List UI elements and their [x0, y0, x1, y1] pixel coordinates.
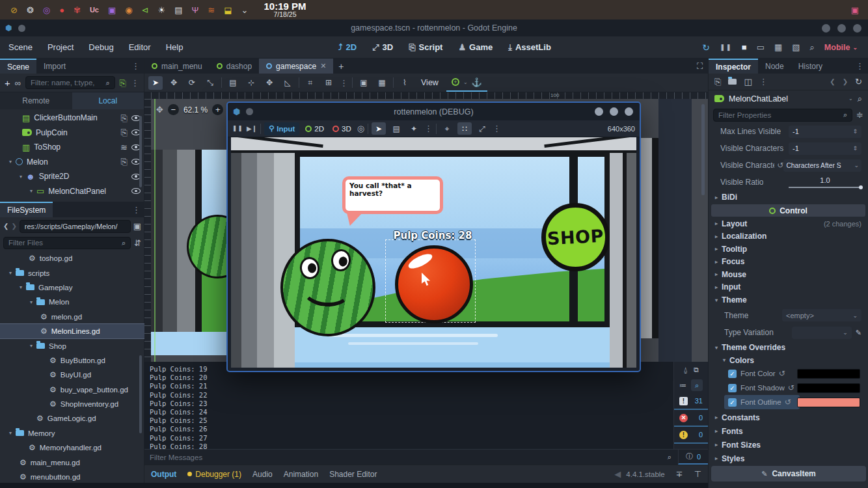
script-badge-icon[interactable]: ⎘: [121, 128, 128, 137]
tab-node[interactable]: Node: [758, 59, 791, 74]
mode-3d-button[interactable]: 3D: [330, 125, 354, 133]
filter-messages-input[interactable]: Filter Messages: [150, 454, 668, 461]
history-forward-icon[interactable]: ❯: [843, 79, 848, 85]
file-row[interactable]: ⚙melon.gd: [0, 310, 144, 324]
tab-filesystem[interactable]: FileSystem: [0, 202, 53, 217]
embed-menu-icon[interactable]: ⋮: [493, 124, 501, 133]
watermelon-character[interactable]: [280, 239, 375, 336]
output-log[interactable]: Pulp Coins: 19 Pulp Coins: 20 Pulp Coins…: [144, 362, 673, 449]
edit-pencil-icon[interactable]: ✎: [856, 329, 861, 336]
section-localization[interactable]: ▸Localization: [709, 230, 868, 243]
debug-overlay-icon[interactable]: ◎: [357, 124, 364, 133]
section-focus[interactable]: ▸Focus: [709, 256, 868, 269]
section-input[interactable]: ▸Input: [709, 281, 868, 294]
expand-bottom-panel-icon[interactable]: ⊤: [694, 470, 701, 478]
uc-app-icon[interactable]: Uc: [90, 7, 99, 14]
new-resource-icon[interactable]: ⎘: [714, 77, 721, 86]
stop-icon[interactable]: ■: [742, 43, 747, 51]
control-class-header[interactable]: Control: [711, 204, 865, 217]
script-badge-icon[interactable]: ⎘: [121, 157, 128, 166]
scene-tree-menu-icon[interactable]: ⋮: [131, 79, 139, 87]
microphone-icon[interactable]: Ψ: [191, 6, 198, 14]
font-outline-swatch[interactable]: [797, 398, 860, 407]
profiler-magnifier-icon[interactable]: ⌕: [810, 43, 815, 51]
scene-tab-main-menu[interactable]: main_menu: [144, 59, 210, 74]
pause-icon[interactable]: ❚❚: [720, 44, 732, 51]
select-tool-button[interactable]: ➤: [148, 76, 163, 90]
canvasitem-button[interactable]: ✎ CanvasItem: [711, 466, 866, 481]
copy-output-icon[interactable]: ⧉: [694, 366, 699, 373]
visible-characters-field[interactable]: -1⇕: [789, 142, 861, 155]
sort-files-icon[interactable]: ⇵: [134, 239, 141, 247]
split-view-icon[interactable]: ▣: [133, 222, 141, 230]
close-tab-icon[interactable]: ✕: [320, 62, 326, 70]
record-dot-icon[interactable]: ●: [59, 6, 64, 14]
spiral-cam-icon[interactable]: ◎: [43, 6, 50, 14]
strawberry-icon[interactable]: ✾: [74, 6, 81, 14]
open-docs-icon[interactable]: ⌕: [858, 94, 862, 103]
folder-caret-icon[interactable]: ▾: [30, 299, 33, 305]
font-shadow-swatch[interactable]: [797, 383, 860, 393]
scene-tab-dashop[interactable]: dashop: [210, 59, 259, 74]
collapse-caret-icon[interactable]: ▾: [9, 159, 12, 165]
fullscreen-game-button[interactable]: ⤢: [475, 122, 489, 135]
window-maximize-button[interactable]: [837, 24, 846, 33]
section-fonts[interactable]: ▸Fonts: [709, 424, 868, 438]
inspector-menu-icon[interactable]: ⋮: [856, 62, 864, 70]
menu-help[interactable]: Help: [166, 42, 183, 52]
visible-ratio-slider[interactable]: 1.0: [789, 176, 861, 188]
tree-row[interactable]: ▾▭MelonChatPanel: [0, 184, 144, 199]
load-resource-icon[interactable]: [728, 79, 737, 85]
workspace-assetlib-button[interactable]: ⤓AssetLib: [508, 42, 551, 52]
revert-icon[interactable]: ↺: [788, 383, 794, 392]
tree-row[interactable]: ▥ToShop≋: [0, 140, 144, 155]
tab-audio[interactable]: Audio: [252, 470, 273, 479]
menu-editor[interactable]: Editor: [129, 42, 151, 52]
tab-output[interactable]: Output: [151, 470, 176, 479]
override-checkbox[interactable]: ✓: [728, 398, 737, 407]
collapse-duplicates-icon[interactable]: ≔: [679, 382, 686, 389]
override-checkbox[interactable]: ✓: [728, 370, 737, 378]
spinner-icon[interactable]: ⇕: [852, 128, 858, 135]
edit-history-icon[interactable]: ↻: [855, 77, 862, 86]
view-menu-button[interactable]: View: [421, 78, 439, 87]
file-row[interactable]: ⚙Memoryhandler.gd: [0, 441, 144, 455]
rotate-tool-button[interactable]: ⟳: [185, 76, 199, 90]
game-close-button[interactable]: [625, 107, 633, 116]
battery-icon[interactable]: ⬓: [224, 6, 232, 14]
window-app-icon[interactable]: ▤: [174, 6, 182, 14]
resource-menu-icon[interactable]: ⋮: [759, 77, 768, 86]
scene-tab-gamespace[interactable]: gamespace✕: [259, 59, 333, 74]
tree-row[interactable]: ▤ClickerButtonMain⎘: [0, 111, 144, 126]
volume-icon[interactable]: ⊲: [142, 6, 149, 14]
section-constants[interactable]: ▸Constants: [709, 411, 868, 424]
notifications-muted-icon[interactable]: ⊘: [10, 6, 18, 14]
game-viewport[interactable]: You call *that* a harvest? Pulp Coins: 2…: [231, 137, 636, 368]
smart-snap-button[interactable]: ⌗: [303, 76, 318, 90]
game-debug-window[interactable]: ⬢ rottenmelon (DEBUG) ❚❚ ▶❙ ⚲Input 2D 3D…: [226, 102, 641, 372]
play-scene-circle-icon[interactable]: +: [452, 78, 459, 86]
property-options-icon[interactable]: ≑: [856, 111, 863, 119]
visibility-eye-icon[interactable]: [131, 188, 141, 194]
tab-debugger[interactable]: Debugger (1): [187, 470, 241, 479]
spinner-icon[interactable]: ⇕: [852, 145, 858, 152]
folder-caret-icon[interactable]: ▾: [20, 284, 22, 290]
shop-button[interactable]: SHOP: [541, 203, 610, 271]
tab-local[interactable]: Local: [72, 92, 144, 109]
section-styles[interactable]: ▸Styles: [709, 452, 868, 465]
godot-title-bar[interactable]: ⬢ gamespace.tscn - rottenmelon - Godot E…: [0, 20, 868, 36]
workspace-2d-button[interactable]: ⤴2D: [338, 42, 357, 52]
pin-bottom-panel-icon[interactable]: ∓: [676, 470, 683, 478]
folder-row[interactable]: ▾Memory: [0, 426, 144, 441]
grid-snap-button[interactable]: ⊞: [321, 76, 336, 90]
pivot-tool-button[interactable]: ⊹: [244, 76, 258, 90]
camera-override-button[interactable]: ⌖: [440, 122, 454, 135]
folder-row[interactable]: ▾Melon: [0, 295, 144, 309]
type-variation-dropdown[interactable]: ⌄: [792, 327, 852, 339]
visible-character-behavior-dropdown[interactable]: Characters After S⌄: [783, 159, 861, 172]
list-select-button[interactable]: ▤: [226, 76, 240, 90]
file-row[interactable]: ⚙BuyButton.gd: [0, 353, 144, 368]
tab-scene[interactable]: Scene: [0, 59, 36, 74]
tree-row[interactable]: ▾☻Sprite2D: [0, 169, 144, 184]
workspace-script-button[interactable]: ⎘Script: [409, 42, 442, 52]
